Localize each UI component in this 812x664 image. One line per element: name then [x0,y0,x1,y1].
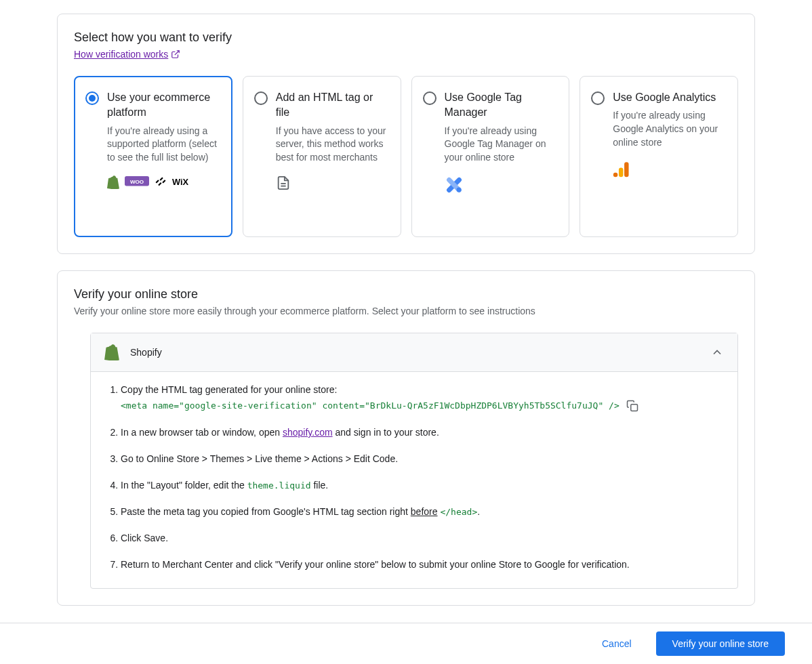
step-3: Go to Online Store > Themes > Live theme… [121,452,721,466]
google-analytics-icon [613,160,727,178]
chevron-up-icon [710,346,724,359]
svg-text:WOO: WOO [130,178,144,184]
copy-icon [626,400,638,412]
shopify-link[interactable]: shopify.com [283,427,333,438]
help-link-label: How verification works [74,49,168,60]
step-1: Copy the HTML tag generated for your onl… [121,383,721,413]
verify-method-card: Select how you want to verify How verifi… [57,14,755,254]
google-tag-manager-icon [445,175,559,194]
option-html-tag[interactable]: Add an HTML tag or file If you have acce… [243,76,401,237]
meta-tag-code: <meta name="google-site-verification" co… [121,399,620,413]
shopify-icon [107,175,119,189]
instructions-list: Copy the HTML tag generated for your onl… [107,383,721,572]
wix-icon: WiX [172,177,199,188]
accordion-body: Copy the HTML tag generated for your onl… [91,372,737,588]
how-verification-works-link[interactable]: How verification works [74,49,180,60]
accordion-header-shopify[interactable]: Shopify [91,333,737,372]
option-desc: If you have access to your server, this … [276,125,390,165]
radio-unselected-icon [423,91,437,105]
option-title: Add an HTML tag or file [276,90,390,121]
verify-button[interactable]: Verify your online store [656,631,785,656]
step-4-text-a: In the "Layout" folder, edit the [121,480,247,491]
verification-options-row: Use your ecommerce platform If you're al… [74,76,738,237]
shopify-icon [104,344,119,360]
step-4-text-b: file. [311,480,329,491]
verify-store-card: Verify your online store Verify your onl… [57,270,755,606]
accordion-title: Shopify [130,347,162,358]
option-tag-manager[interactable]: Use Google Tag Manager If you're already… [411,76,570,237]
footer-action-bar: Cancel Verify your online store [0,623,812,664]
option-title: Use your ecommerce platform [107,90,221,121]
section-subtitle: Verify your online store more easily thr… [74,306,738,316]
option-title: Use Google Tag Manager [445,90,559,121]
platform-accordion: Shopify Copy the HTML tag generated for … [90,333,738,589]
svg-point-9 [613,173,618,178]
step-5: Paste the meta tag you copied from Googl… [121,505,721,519]
external-link-icon [171,49,180,59]
option-title: Use Google Analytics [613,90,727,105]
option-desc: If you're already using Google Analytics… [613,109,727,149]
svg-rect-12 [630,404,637,411]
step-5-text-a: Paste the meta tag you copied from Googl… [121,506,411,517]
svg-text:WiX: WiX [172,177,189,187]
svg-rect-10 [619,168,624,178]
document-icon [276,175,390,190]
radio-selected-icon [85,91,99,105]
step-5-underline: before [411,506,438,517]
option-ecommerce-platform[interactable]: Use your ecommerce platform If you're al… [74,76,232,237]
woocommerce-icon: WOO [125,176,149,188]
cancel-button[interactable]: Cancel [594,633,640,655]
step-2-text-a: In a new browser tab or window, open [121,427,283,438]
copy-button[interactable] [625,398,640,413]
step-4: In the "Layout" folder, edit the theme.l… [121,478,721,493]
radio-unselected-icon [254,91,268,105]
svg-rect-11 [624,162,629,177]
step-5-code: </head> [440,507,477,517]
step-6: Click Save. [121,531,721,545]
step-2-text-b: and sign in to your store. [333,427,439,438]
squarespace-icon [155,176,167,188]
option-desc: If you're already using a supported plat… [107,125,221,165]
section-title: Select how you want to verify [74,30,738,45]
radio-unselected-icon [591,91,605,105]
option-desc: If you're already using Google Tag Manag… [445,125,559,165]
step-2: In a new browser tab or window, open sho… [121,426,721,440]
platform-icons-row: WOO WiX [85,175,221,189]
step-1-text: Copy the HTML tag generated for your onl… [121,384,337,395]
svg-point-8 [456,187,461,192]
option-google-analytics[interactable]: Use Google Analytics If you're already u… [580,76,738,237]
step-7: Return to Merchant Center and click "Ver… [121,558,721,572]
step-4-code: theme.liquid [247,480,311,491]
step-5-text-c: . [477,506,480,517]
section-title: Verify your online store [74,287,738,302]
svg-line-0 [175,51,179,55]
